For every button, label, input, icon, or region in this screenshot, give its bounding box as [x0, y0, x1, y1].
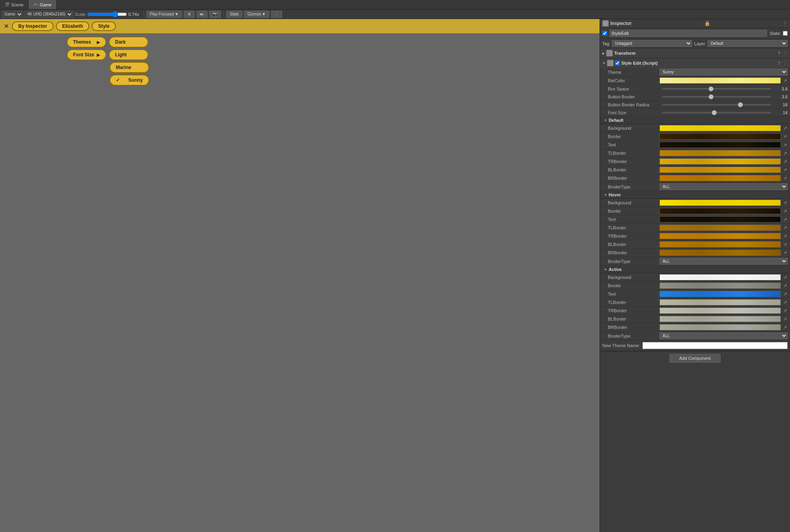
fontsize-pill[interactable]: Font Size ▶ — [67, 49, 106, 60]
add-component-button[interactable]: Add Component — [669, 354, 721, 363]
transform-help-button[interactable]: ? — [777, 51, 781, 56]
active-background-link[interactable]: ↗ — [782, 275, 788, 280]
inspector-options-button[interactable]: ⋮ — [783, 21, 788, 26]
buttonborder-thumb[interactable] — [709, 94, 713, 99]
hover-trborder-swatch[interactable] — [659, 233, 781, 239]
hover-blborder-swatch[interactable] — [659, 241, 781, 248]
default-blborder-link[interactable]: ↗ — [782, 167, 788, 173]
object-active-checkbox[interactable] — [602, 31, 607, 36]
theme-dark-pill[interactable]: Dark — [109, 36, 148, 48]
active-tlborder-link[interactable]: ↗ — [782, 300, 788, 305]
resolution-select[interactable]: 4K UHD (3840x2160) — [25, 11, 73, 18]
tab-scene[interactable]: 🎬 Scene — [0, 0, 29, 9]
hover-text-link[interactable]: ↗ — [782, 217, 788, 222]
buttonborderradius-thumb[interactable] — [738, 102, 743, 107]
active-trborder-link[interactable]: ↗ — [782, 308, 788, 313]
scale-slider[interactable] — [87, 11, 127, 17]
active-brborder-link[interactable]: ↗ — [782, 325, 788, 330]
hover-background-link[interactable]: ↗ — [782, 200, 788, 206]
gizmos-button[interactable]: Gizmos ▼ — [244, 11, 269, 18]
object-name-input[interactable] — [609, 30, 767, 37]
transform-more-button[interactable]: ⋮ — [782, 51, 788, 56]
default-border-link[interactable]: ↗ — [782, 134, 788, 139]
theme-light-pill[interactable]: Light — [109, 49, 148, 60]
active-tlborder-swatch[interactable] — [659, 299, 781, 305]
active-brodertype-select[interactable]: ALL — [659, 332, 788, 339]
style-edit-help-button[interactable]: ? — [777, 61, 781, 65]
default-background-value: ↗ — [659, 125, 788, 131]
default-text-link[interactable]: ↗ — [782, 142, 788, 148]
theme-marine-pill[interactable]: Marine — [110, 62, 149, 73]
camera-button[interactable]: 📷 — [209, 11, 221, 18]
static-checkbox[interactable] — [783, 31, 788, 36]
style-pill[interactable]: Style — [92, 21, 116, 31]
tag-select[interactable]: Untagged — [612, 40, 692, 47]
themes-pill[interactable]: Themes ▶ — [67, 36, 106, 48]
default-background-link[interactable]: ↗ — [782, 126, 788, 131]
more-button[interactable]: ⋮ — [271, 11, 282, 18]
active-brborder-value: ↗ — [659, 324, 788, 330]
hover-brborder-swatch[interactable] — [659, 250, 781, 256]
hover-text-swatch[interactable] — [659, 216, 781, 223]
default-brborder-swatch[interactable] — [659, 175, 781, 181]
default-text-swatch[interactable] — [659, 142, 781, 148]
barcolor-link-button[interactable]: ↗ — [782, 78, 788, 83]
hover-subsection-header[interactable]: ▼ Hover — [600, 191, 790, 199]
pause-button[interactable]: ⏸ — [184, 11, 195, 18]
stats-button[interactable]: Stats — [226, 11, 242, 18]
active-background-swatch[interactable] — [659, 274, 781, 280]
transform-section: ▶ Transform ? ⋮ — [600, 48, 790, 58]
active-blborder-link[interactable]: ↗ — [782, 317, 788, 322]
active-blborder-swatch[interactable] — [659, 316, 781, 322]
theme-sunny-pill[interactable]: ✓ Sunny — [110, 75, 149, 86]
hover-brborder-link[interactable]: ↗ — [782, 250, 788, 255]
hover-border-swatch[interactable] — [659, 208, 781, 214]
default-trborder-swatch[interactable] — [659, 158, 781, 165]
style-edit-section-header[interactable]: ▼ Style Edit (Script) ? ⋮ — [600, 58, 790, 68]
active-text-swatch[interactable] — [659, 291, 781, 297]
hover-blborder-link[interactable]: ↗ — [782, 242, 788, 247]
active-border-link[interactable]: ↗ — [782, 283, 788, 288]
theme-value-select[interactable]: Sunny Dark Light Marine — [659, 69, 788, 75]
hover-background-swatch[interactable] — [659, 200, 781, 206]
active-brborder-swatch[interactable] — [659, 324, 781, 330]
hover-tlborder-link[interactable]: ↗ — [782, 225, 788, 230]
elizabeth-pill[interactable]: Elizabeth — [56, 21, 90, 31]
default-background-swatch[interactable] — [659, 125, 781, 131]
default-tlborder-link[interactable]: ↗ — [782, 151, 788, 156]
hover-trborder-row: TRBorder ↗ — [600, 232, 790, 240]
close-button[interactable]: ✕ — [3, 22, 10, 30]
default-border-swatch[interactable] — [659, 133, 781, 140]
fontsize-thumb[interactable] — [712, 110, 717, 115]
by-inspector-pill[interactable]: By Inspector — [12, 21, 54, 31]
default-subsection-header[interactable]: ▼ Default — [600, 117, 790, 124]
style-edit-more-button[interactable]: ⋮ — [782, 61, 788, 65]
style-edit-icon — [607, 60, 613, 66]
default-tlborder-swatch[interactable] — [659, 150, 781, 156]
transform-section-header[interactable]: ▶ Transform ? ⋮ — [600, 48, 790, 58]
hover-brodertype-select[interactable]: ALL — [659, 258, 788, 265]
hover-border-link[interactable]: ↗ — [782, 209, 788, 214]
active-text-link[interactable]: ↗ — [782, 292, 788, 297]
play-focused-button[interactable]: Play Focused ▼ — [146, 11, 183, 18]
tab-game[interactable]: 🎮 Game — [29, 0, 57, 9]
display-select[interactable]: Game — [2, 11, 23, 18]
new-theme-name-input[interactable] — [642, 342, 788, 349]
active-border-swatch[interactable] — [659, 282, 781, 289]
lock-button[interactable]: 🔒 — [704, 21, 710, 26]
default-brodertype-select[interactable]: ALL — [659, 183, 788, 190]
boxspace-row: Box Space 3.6 — [600, 85, 790, 93]
default-trborder-link[interactable]: ↗ — [782, 159, 788, 164]
default-blborder-swatch[interactable] — [659, 167, 781, 173]
barcolor-swatch[interactable] — [659, 77, 781, 84]
style-edit-enabled-checkbox[interactable] — [615, 61, 620, 65]
default-tlborder-row: TLBorder ↗ — [600, 149, 790, 157]
hover-trborder-link[interactable]: ↗ — [782, 234, 788, 239]
active-subsection-header[interactable]: ▼ Active — [600, 266, 790, 273]
layer-select[interactable]: Default — [707, 40, 788, 47]
boxspace-thumb[interactable] — [709, 86, 713, 91]
active-trborder-swatch[interactable] — [659, 307, 781, 314]
default-brborder-link[interactable]: ↗ — [782, 176, 788, 181]
step-button[interactable]: ⏭ — [196, 11, 208, 18]
hover-tlborder-swatch[interactable] — [659, 225, 781, 231]
